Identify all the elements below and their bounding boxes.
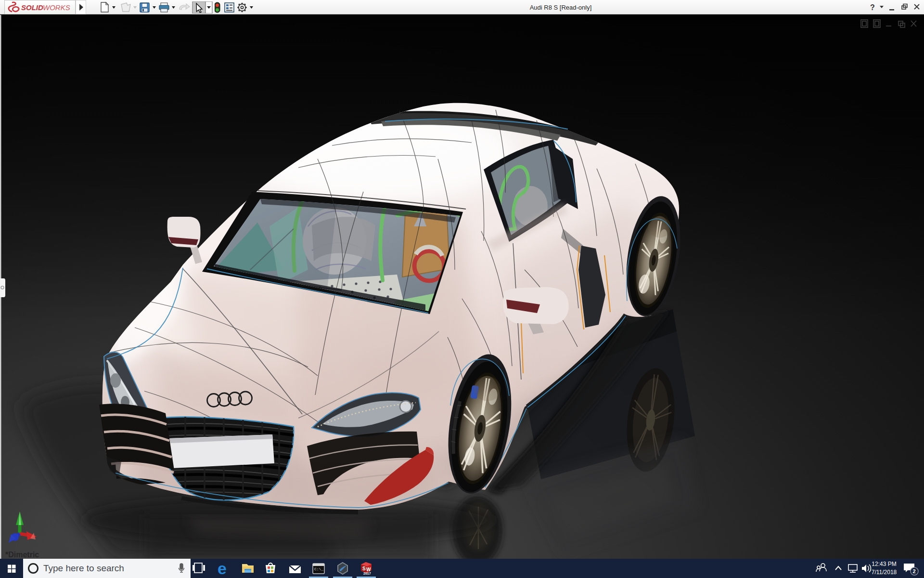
- svg-text:?: ?: [870, 3, 875, 12]
- svg-text:*Dimetric: *Dimetric: [5, 551, 39, 559]
- svg-text:WORKS: WORKS: [43, 3, 70, 12]
- svg-text:e: e: [218, 559, 227, 578]
- svg-text:2: 2: [913, 568, 916, 574]
- svg-text:2017: 2017: [363, 572, 371, 575]
- svg-text:S: S: [362, 566, 366, 571]
- svg-text:SOLID: SOLID: [21, 3, 43, 12]
- svg-text:C:\_: C:\_: [314, 567, 323, 571]
